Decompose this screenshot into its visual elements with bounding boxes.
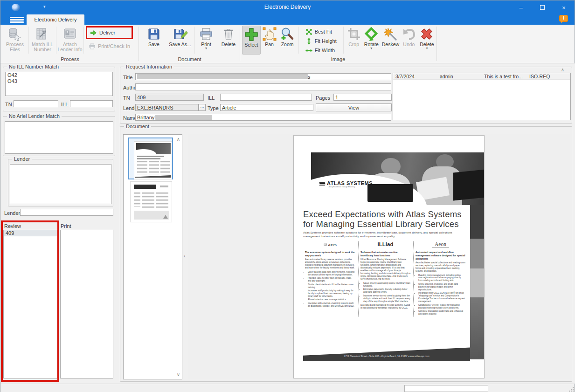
history-list[interactable]: 3/7/2024 admin This is a test fro... ISO…: [393, 73, 571, 120]
ribbon: Process Files Match ILL Number: [0, 25, 575, 63]
maximize-button[interactable]: [532, 0, 553, 14]
close-icon: ×: [562, 4, 566, 11]
type-input[interactable]: [220, 104, 313, 111]
deskew-icon: [383, 27, 398, 41]
main-area: No ILL Number Match O42 O43 TN ILL No Ar…: [0, 63, 575, 384]
crop-button[interactable]: Crop: [346, 26, 362, 55]
save-as-icon: [173, 27, 187, 41]
maximize-icon: [540, 5, 545, 10]
list-item[interactable]: O42: [6, 72, 112, 78]
history-row[interactable]: 3/7/2024 admin This is a test fro... ISO…: [393, 73, 570, 80]
rotate-dropdown-caret-icon[interactable]: ▾: [362, 47, 381, 50]
title-input[interactable]: s: [135, 73, 391, 80]
title-label: Title: [123, 75, 132, 80]
fit-width-button[interactable]: Fit Width: [303, 46, 339, 55]
pan-tool-button[interactable]: Pan: [261, 26, 278, 55]
rotate-button[interactable]: Rotate ▾: [362, 26, 381, 55]
brochure-right-strip: [470, 205, 485, 359]
no-ariel-lender-match-list[interactable]: [5, 121, 113, 154]
tab-electronic-delivery[interactable]: Electronic Delivery: [27, 14, 84, 25]
ill-input[interactable]: [70, 100, 113, 107]
rotate-icon: [364, 27, 379, 41]
brochure-bullet: Increases staff productivity by making i…: [308, 289, 355, 298]
zoom-tool-button[interactable]: Zoom: [278, 26, 296, 55]
lender-group-title: Lender: [12, 156, 32, 162]
undo-button[interactable]: Undo: [401, 26, 417, 55]
resize-grip[interactable]: [568, 386, 574, 392]
window-title: Electronic Delivery: [0, 4, 575, 10]
brochure-column-ares: ares The e-reserve system designed to wo…: [303, 241, 358, 316]
main-menu-button[interactable]: [10, 17, 24, 23]
thumbnail-page-2[interactable]: [130, 181, 172, 222]
delete-image-button[interactable]: Delete ▾: [417, 26, 436, 55]
close-button[interactable]: ×: [553, 0, 575, 14]
brochure-bullet: Provides easy, flexible ways to manage, …: [308, 277, 355, 282]
pan-icon: [262, 27, 277, 41]
deskew-button[interactable]: Deskew: [381, 26, 401, 55]
pages-input[interactable]: [333, 94, 392, 101]
author-input[interactable]: [135, 83, 391, 90]
collapse-panel-icon[interactable]: ∧: [561, 67, 564, 72]
ill-field-label: ILL: [208, 95, 215, 101]
name-input[interactable]: Brittany: [135, 114, 391, 121]
view-button[interactable]: View: [316, 103, 392, 111]
preview-canvas[interactable]: ATLAS SYSTEMS Library Excellence Through…: [188, 134, 570, 379]
type-label: Type: [208, 105, 219, 111]
delete-document-button[interactable]: Delete: [217, 26, 240, 55]
title-bar: ▾ Electronic Delivery – ×: [0, 0, 575, 14]
brochure-intro: Atlas Systems provides software solution…: [303, 231, 464, 239]
redacted-text: [137, 74, 308, 79]
info-badge-icon[interactable]: i: [559, 15, 568, 22]
review-list-item[interactable]: 409: [4, 230, 57, 236]
lender-list[interactable]: [10, 164, 111, 204]
brochure-bullet: Saves time by automating routine interli…: [363, 282, 410, 288]
thumb-scroll-up-icon[interactable]: ∧: [177, 137, 180, 142]
deliver-button[interactable]: Deliver: [87, 28, 132, 38]
app-window: ▾ Electronic Delivery – × Electronic Del…: [0, 0, 575, 392]
ribbon-group-document: Save Save As...: [139, 25, 240, 63]
lender-field-input[interactable]: [20, 209, 113, 216]
select-icon: [244, 27, 259, 42]
ill-field-input[interactable]: [220, 94, 312, 101]
title-visible-text: s: [308, 74, 311, 80]
brochure-logo: ATLAS SYSTEMS Library Excellence Through…: [319, 180, 389, 188]
thumbnail-splitter[interactable]: ‹: [184, 134, 188, 379]
review-list[interactable]: 409: [3, 230, 57, 378]
ribbon-group-process: Process Files Match ILL Number: [1, 25, 139, 63]
review-label: Review: [4, 223, 21, 229]
lender-browse-button[interactable]: ···: [199, 104, 206, 111]
thumbnail-panel[interactable]: ∧ ∨: [123, 134, 182, 379]
list-item[interactable]: O43: [6, 78, 112, 84]
collapse-left-icon[interactable]: ‹: [184, 254, 185, 259]
minimize-button[interactable]: –: [510, 0, 532, 14]
print-dropdown-caret-icon[interactable]: ▾: [195, 47, 217, 50]
print-list[interactable]: [60, 230, 113, 378]
name-visible-text: Brittany: [137, 115, 154, 120]
thumb-scroll-down-icon[interactable]: ∨: [177, 372, 180, 377]
fit-width-icon: [305, 47, 312, 54]
no-ill-number-match-list[interactable]: O42 O43: [5, 72, 113, 96]
redacted-text: [155, 115, 212, 120]
fit-height-button[interactable]: Fit Height: [303, 36, 339, 46]
select-tool-button[interactable]: Select: [242, 26, 261, 55]
save-button[interactable]: Save: [142, 26, 166, 55]
tn-field-input[interactable]: [135, 94, 204, 101]
print-button[interactable]: Print ▾: [195, 26, 217, 55]
best-fit-button[interactable]: Best Fit: [303, 27, 339, 36]
status-input[interactable]: [404, 385, 488, 392]
brochure-bullet: Complete transaction audit trails and en…: [418, 310, 465, 316]
brochure-bullet: Easily accepts data from other systems, …: [308, 271, 355, 276]
tn-input[interactable]: [14, 100, 58, 107]
attach-lender-info-button[interactable]: Attach Lender Info: [56, 26, 83, 55]
document-group-title: Document: [124, 124, 151, 129]
process-files-button[interactable]: Process Files: [1, 26, 28, 55]
thumbnail-page-1[interactable]: [128, 138, 173, 179]
request-information-title: Request Information: [124, 64, 174, 69]
print-check-in-button[interactable]: Print/Check In: [86, 41, 133, 52]
delete-dropdown-caret-icon[interactable]: ▾: [417, 47, 436, 50]
brochure-bullet: Similar client interface to ILLiad facil…: [308, 283, 355, 289]
save-as-button[interactable]: Save As...: [166, 26, 194, 55]
print-icon: [199, 27, 214, 41]
match-ill-number-button[interactable]: Match ILL Number: [29, 26, 56, 55]
request-lender-input[interactable]: [135, 104, 199, 111]
